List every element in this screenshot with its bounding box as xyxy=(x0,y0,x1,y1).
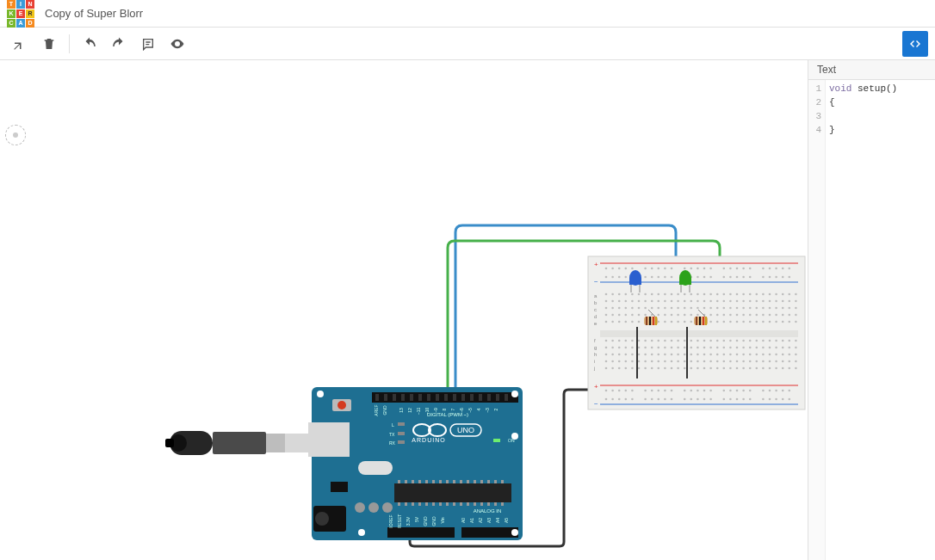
svg-point-408 xyxy=(697,354,699,356)
svg-point-491 xyxy=(625,398,628,401)
svg-point-381 xyxy=(716,347,719,349)
svg-point-204 xyxy=(736,293,739,296)
svg-point-297 xyxy=(756,314,759,317)
svg-point-461 xyxy=(651,367,653,370)
svg-point-254 xyxy=(671,307,673,310)
zoom-to-fit-button[interactable] xyxy=(7,31,33,57)
svg-point-329 xyxy=(769,321,771,323)
svg-point-194 xyxy=(671,293,673,296)
code-toggle-button[interactable] xyxy=(902,31,928,57)
svg-point-520 xyxy=(742,390,745,392)
svg-point-384 xyxy=(736,347,739,349)
svg-point-285 xyxy=(677,314,679,317)
svg-rect-80 xyxy=(439,502,442,506)
svg-point-192 xyxy=(658,293,660,296)
svg-point-449 xyxy=(769,360,771,363)
code-lines[interactable]: void setup(){ } xyxy=(826,80,901,560)
svg-point-283 xyxy=(664,314,666,317)
svg-point-420 xyxy=(775,354,777,356)
svg-rect-85 xyxy=(474,502,476,506)
svg-point-240 xyxy=(775,300,777,303)
view-toggle-button[interactable] xyxy=(164,31,190,57)
svg-point-277 xyxy=(625,314,628,317)
redo-button[interactable] xyxy=(106,31,132,57)
svg-point-228 xyxy=(697,300,699,303)
svg-text:7: 7 xyxy=(450,408,455,410)
svg-rect-76 xyxy=(412,502,414,506)
svg-rect-67 xyxy=(460,480,462,483)
svg-text:A3: A3 xyxy=(486,518,492,523)
svg-point-231 xyxy=(716,300,719,303)
svg-point-342 xyxy=(658,340,660,342)
svg-point-273 xyxy=(795,307,797,310)
svg-point-332 xyxy=(789,321,791,323)
undo-button[interactable] xyxy=(77,31,102,57)
svg-point-327 xyxy=(756,321,759,323)
svg-point-91 xyxy=(355,502,365,513)
tinkercad-logo[interactable]: TIN KER CAD xyxy=(7,0,34,28)
svg-point-244 xyxy=(605,307,608,310)
svg-rect-87 xyxy=(487,502,490,506)
arduino-board[interactable]: DIGITAL (PWM ~) GND AREF 13 12 ~11 ~10 ~… xyxy=(308,387,523,540)
svg-point-300 xyxy=(775,314,777,317)
svg-point-302 xyxy=(789,314,791,317)
svg-point-232 xyxy=(723,300,726,303)
svg-point-452 xyxy=(789,360,791,363)
svg-point-365 xyxy=(611,347,614,349)
svg-point-210 xyxy=(775,293,777,296)
svg-point-404 xyxy=(671,354,673,356)
svg-point-377 xyxy=(690,347,693,349)
svg-point-338 xyxy=(631,340,634,342)
svg-rect-57 xyxy=(394,483,511,502)
svg-point-453 xyxy=(795,360,797,363)
svg-text:IOREF: IOREF xyxy=(388,514,393,527)
usb-cable[interactable] xyxy=(165,431,311,455)
svg-rect-18 xyxy=(418,394,422,401)
circuit-canvas[interactable]: DIGITAL (PWM ~) GND AREF 13 12 ~11 ~10 ~… xyxy=(0,60,808,560)
svg-rect-71 xyxy=(487,480,490,483)
annotation-button[interactable] xyxy=(135,31,161,57)
svg-point-464 xyxy=(671,367,673,370)
svg-text:−: − xyxy=(594,400,598,408)
svg-point-168 xyxy=(736,268,739,270)
svg-point-390 xyxy=(775,347,777,349)
zoom-icon xyxy=(12,36,28,52)
svg-point-288 xyxy=(697,314,699,317)
svg-point-440 xyxy=(709,360,712,363)
svg-point-489 xyxy=(618,398,621,401)
svg-point-492 xyxy=(631,390,634,392)
svg-point-140 xyxy=(625,268,628,270)
svg-point-334 xyxy=(605,340,608,342)
svg-text:~9: ~9 xyxy=(433,408,438,413)
svg-rect-79 xyxy=(432,502,435,506)
document-title[interactable]: Copy of Super Blorr xyxy=(45,7,143,20)
svg-text:A5: A5 xyxy=(504,518,509,523)
delete-button[interactable] xyxy=(36,31,62,57)
svg-point-393 xyxy=(795,347,797,349)
svg-point-474 xyxy=(736,367,739,370)
code-pane-header[interactable]: Text xyxy=(808,60,935,80)
breadboard[interactable]: + − + − abcde fghij xyxy=(588,256,805,409)
svg-point-521 xyxy=(742,398,745,401)
svg-point-320 xyxy=(709,321,712,323)
svg-rect-88 xyxy=(494,502,497,506)
svg-text:GND: GND xyxy=(423,516,428,526)
svg-rect-73 xyxy=(501,480,504,483)
svg-point-475 xyxy=(742,367,745,370)
code-editor[interactable]: 1234 void setup(){ } xyxy=(808,80,935,560)
svg-point-528 xyxy=(775,390,777,392)
svg-point-307 xyxy=(625,321,628,323)
svg-point-388 xyxy=(762,347,765,349)
svg-point-380 xyxy=(709,347,712,349)
svg-point-162 xyxy=(709,268,712,270)
svg-rect-25 xyxy=(479,394,482,401)
svg-point-508 xyxy=(697,390,699,392)
svg-rect-536 xyxy=(629,278,641,285)
svg-rect-16 xyxy=(401,394,405,401)
svg-point-509 xyxy=(697,398,699,401)
svg-text:TX: TX xyxy=(389,432,395,437)
svg-point-146 xyxy=(651,268,653,270)
svg-point-223 xyxy=(664,300,666,303)
svg-point-147 xyxy=(651,276,653,279)
svg-rect-24 xyxy=(470,394,474,401)
